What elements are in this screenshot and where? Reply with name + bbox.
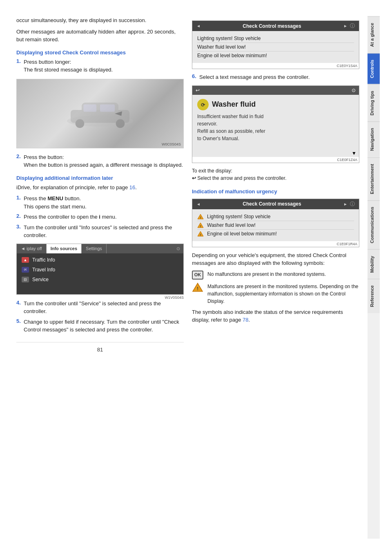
step-2: 2. Press the button: When the button is … xyxy=(16,153,184,169)
step2-num: 2. xyxy=(16,153,24,169)
traffic-icon: ▲ xyxy=(22,257,29,263)
travel-label: Travel Info xyxy=(32,267,55,273)
screen1-msg-1: Lighting system! Stop vehicle xyxy=(197,34,354,43)
step1-text: Press button longer: The first stored me… xyxy=(24,58,184,74)
menu-item-service[interactable]: ⊟ Service xyxy=(17,275,183,284)
screen1-msg-2: Washer fluid level low! xyxy=(197,43,354,51)
washer-desc: Insufficient washer fluid in fluidreserv… xyxy=(197,113,354,142)
page-content: occur simultaneously, they are displayed… xyxy=(0,0,392,555)
car-image: W0C0S04S xyxy=(16,79,184,148)
step-2-5: 5. Change to upper field if necessary. T… xyxy=(16,318,184,334)
screen1-header: ◄ Check Control messages ► ⓘ xyxy=(192,21,359,31)
car-sketch xyxy=(17,79,183,148)
exit-note: To exit the display: ↩ Select the arrow … xyxy=(192,167,359,182)
travel-icon: iX xyxy=(22,267,29,273)
screen2-title: Check Control messages xyxy=(243,201,301,207)
menu-tab-settings[interactable]: Settings xyxy=(82,244,107,253)
svg-rect-5 xyxy=(84,104,97,112)
s2-step4-text: Turn the controller until "Service" is s… xyxy=(24,300,184,316)
screen2-id: C1E0F1R4A xyxy=(192,241,359,247)
page-link-78[interactable]: 78 xyxy=(243,317,248,323)
menu-tab-iplay[interactable]: ◄ iplay off xyxy=(17,244,47,253)
warn-tri-large: ! xyxy=(192,282,203,292)
service-label: Service xyxy=(32,277,49,282)
symbol-warn-row: ! Malfunctions are present in the monito… xyxy=(192,283,359,305)
section2-intro: iDrive, for explanation of principle, re… xyxy=(16,184,184,192)
svg-text:!: ! xyxy=(200,224,201,228)
screen1-id: C1E0Y1S4A xyxy=(192,63,359,69)
symbol-ok-row: OK No malfunctions are present in the mo… xyxy=(192,271,359,280)
warn-triangle-3: ! xyxy=(197,231,204,237)
menu-screen: ◄ iplay off Info sources Settings ⊙ ▲ Tr… xyxy=(16,244,184,295)
indication-desc: Depending on your vehicle's equipment, t… xyxy=(192,251,359,267)
check-control-screen-1: ◄ Check Control messages ► ⓘ Lighting sy… xyxy=(192,20,359,69)
svg-text:⟳: ⟳ xyxy=(201,102,205,108)
sidebar: At a glance Controls Driving tips Naviga… xyxy=(368,16,380,539)
screen2-nav: ► ⓘ xyxy=(343,201,355,208)
step-2-2: 2. Press the controller to open the i me… xyxy=(16,213,184,221)
washer-down-icon: ⊙ xyxy=(352,87,356,93)
menu-tab-info[interactable]: Info sources xyxy=(47,244,82,253)
sidebar-tab-controls[interactable]: Controls xyxy=(368,53,380,84)
s2-step5-num: 5. xyxy=(16,318,24,334)
svg-point-3 xyxy=(76,119,85,128)
step6-num: 6. xyxy=(192,73,199,81)
menu-header: ◄ iplay off Info sources Settings ⊙ xyxy=(17,244,183,253)
image-id-2: W1V0S04S xyxy=(16,295,184,300)
screen1-title: Check Control messages xyxy=(243,23,301,29)
section1-heading: Displaying stored Check Control messages xyxy=(16,49,184,56)
washer-fluid-screen: ↩ ⊙ ⟳ Washer fluid Insufficient washer f… xyxy=(192,85,359,163)
right-column: ◄ Check Control messages ► ⓘ Lighting sy… xyxy=(192,16,359,539)
step-2-3: 3. Turn the controller until "Info sourc… xyxy=(16,224,184,239)
section2-heading: Displaying additional information later xyxy=(16,175,184,181)
screen1-arrow-right: ► xyxy=(343,24,347,28)
page-link-16[interactable]: 16 xyxy=(129,184,135,190)
sidebar-tab-reference[interactable]: Reference xyxy=(368,279,380,313)
screen1-msg-3: Engine oil level below minimum! xyxy=(197,51,354,60)
car-svg xyxy=(63,93,137,134)
menu-footer xyxy=(17,286,183,294)
washer-fluid-label: Washer fluid xyxy=(212,100,256,109)
s2-step5-text: Change to upper field if necessary. Turn… xyxy=(24,318,184,334)
step2-list: 2. Press the button: When the button is … xyxy=(16,153,184,169)
warn-symbol: ! xyxy=(192,283,203,292)
step-1: 1. Press button longer: The first stored… xyxy=(16,58,184,74)
svg-text:!: ! xyxy=(200,215,201,219)
step6-text: Select a text message and press the cont… xyxy=(199,73,359,81)
washer-footer: ▼ xyxy=(192,150,359,157)
sidebar-tab-entertainment[interactable]: Entertainment xyxy=(368,157,380,200)
sidebar-tab-navigation[interactable]: Navigation xyxy=(368,121,380,157)
menu-item-travel[interactable]: iX Travel Info xyxy=(17,265,183,275)
step1-num: 1. xyxy=(16,58,24,74)
s2-step1-num: 1. xyxy=(16,195,24,210)
service-icon: ⊟ xyxy=(22,277,29,282)
screen1-info-icon: ⓘ xyxy=(350,22,355,29)
svg-text:!: ! xyxy=(200,233,201,236)
sidebar-tab-at-a-glance[interactable]: At a glance xyxy=(368,16,380,53)
menu-body: ▲ Traffic Info iX Travel Info ⊟ Service xyxy=(17,253,183,286)
ok-text: No malfunctions are present in the monit… xyxy=(207,271,326,278)
screen2-info-icon: ⓘ xyxy=(350,201,355,208)
step2-text: Press the button: When the button is pre… xyxy=(24,153,184,169)
washer-icon: ⟳ xyxy=(197,99,209,110)
section2-steps-cont: 4. Turn the controller until "Service" i… xyxy=(16,300,184,334)
intro-text-2: Other messages are automatically hidden … xyxy=(16,28,184,44)
washer-screen-body: ⟳ Washer fluid Insufficient washer fluid… xyxy=(192,95,359,150)
step-2-4: 4. Turn the controller until "Service" i… xyxy=(16,300,184,316)
screen2-msg-2: ! Washer fluid level low! xyxy=(197,221,354,230)
footer-text: The symbols also indicate the status of … xyxy=(192,308,359,324)
screen1-nav: ► ⓘ xyxy=(343,22,355,29)
sidebar-tab-mobility[interactable]: Mobility xyxy=(368,249,380,279)
section1-steps: 1. Press button longer: The first stored… xyxy=(16,58,184,74)
s2-step3-text: Turn the controller until "Info sources"… xyxy=(24,224,184,239)
washer-back-arrow: ↩ xyxy=(196,87,200,93)
indication-heading: Indication of malfunction urgency xyxy=(192,188,359,195)
sidebar-tab-communications[interactable]: Communications xyxy=(368,200,380,249)
screen2-body: ! Lighting system! Stop vehicle ! Washer… xyxy=(192,209,359,241)
menu-clock-icon: ⊙ xyxy=(173,244,183,253)
step-6: 6. Select a text message and press the c… xyxy=(192,73,359,81)
washer-title: ⟳ Washer fluid xyxy=(197,99,354,110)
sidebar-tab-driving-tips[interactable]: Driving tips xyxy=(368,84,380,122)
menu-item-traffic[interactable]: ▲ Traffic Info xyxy=(17,255,183,265)
svg-point-4 xyxy=(116,119,125,128)
